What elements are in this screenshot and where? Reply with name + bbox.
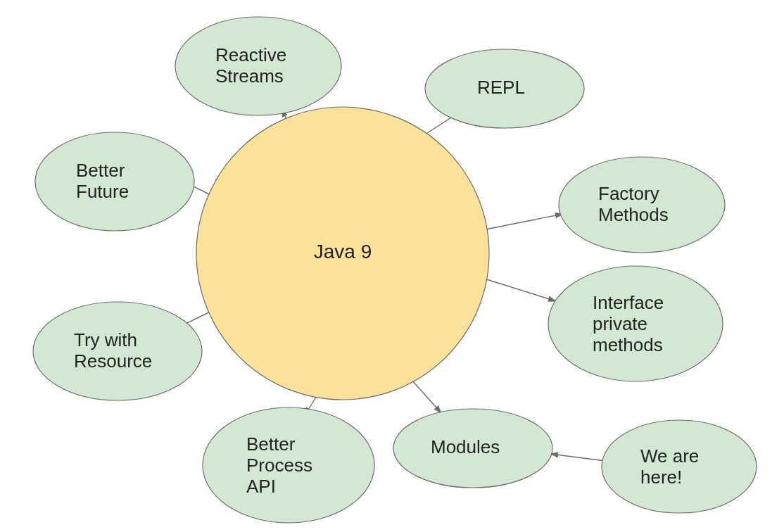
feature-try-with-resource: Try with Resource [33, 302, 202, 400]
center-label: Java 9 [314, 241, 372, 262]
feature-factory-methods: Factory Methods [559, 157, 725, 253]
java9-feature-diagram: Java 9 Reactive Streams REPL Better Futu… [0, 0, 784, 532]
callout-we-are-here-line1: We are [640, 445, 699, 467]
feature-better-future-line2: Future [76, 181, 129, 202]
feature-try-with-resource-line1: Try with [74, 329, 137, 350]
feature-better-process-api-line3: API [246, 476, 276, 497]
feature-better-future: Better Future [35, 132, 194, 231]
edge-center-to-modules [412, 380, 441, 413]
feature-factory-methods-line2: Methods [598, 204, 669, 225]
edge-center-to-factory-methods [486, 214, 563, 229]
feature-better-process-api-line2: Process [246, 455, 312, 476]
feature-interface-private-methods-line2: private [593, 313, 647, 334]
feature-better-process-api: Better Process API [203, 407, 374, 523]
feature-factory-methods-line1: Factory [598, 183, 659, 204]
feature-repl-line1: REPL [477, 77, 525, 98]
feature-reactive-streams-line1: Reactive [215, 44, 286, 65]
feature-interface-private-methods-line1: Interface [593, 292, 664, 313]
feature-interface-private-methods-line3: methods [593, 334, 663, 355]
feature-repl: REPL [425, 49, 584, 128]
feature-interface-private-methods: Interface private methods [548, 266, 723, 381]
feature-reactive-streams: Reactive Streams [175, 17, 341, 115]
callout-we-are-here-line2: here! [640, 467, 682, 488]
feature-modules: Modules [393, 409, 552, 488]
edge-we-are-here-to-modules [550, 454, 605, 461]
callout-we-are-here: We are here! [602, 420, 757, 513]
feature-reactive-streams-line2: Streams [215, 65, 284, 87]
feature-try-with-resource-line2: Resource [74, 350, 152, 372]
feature-modules-line1: Modules [431, 436, 500, 457]
feature-better-future-line1: Better [76, 160, 125, 181]
center-node: Java 9 [196, 107, 489, 400]
edge-center-to-interface-private-methods [482, 278, 556, 301]
feature-better-process-api-line1: Better [246, 433, 296, 455]
